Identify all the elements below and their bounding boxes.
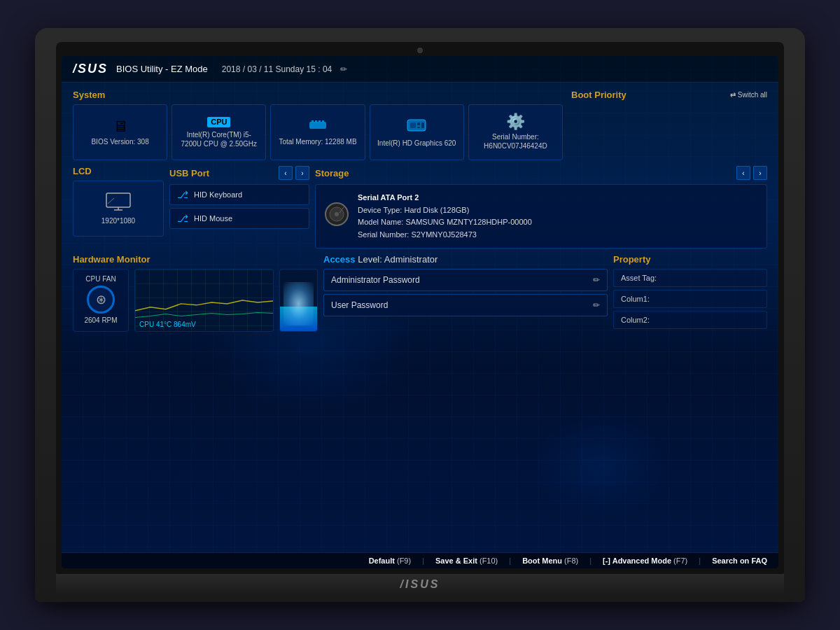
asset-tag-field: Asset Tag:	[613, 269, 767, 287]
default-shortcut: (F9)	[397, 556, 411, 565]
hw-monitor-card: CPU FAN ⊛ 2604 RPM	[73, 269, 318, 332]
bios-version-text: BIOS Version: 308	[91, 137, 148, 146]
advanced-mode-button[interactable]: [-] Advanced Mode (F7)	[603, 556, 687, 565]
main-content: System 🖥 BIOS Version: 308 CPU Intel(R) …	[62, 83, 778, 552]
storage-header-row: Storage ‹ ›	[315, 166, 767, 180]
search-faq-label: Search on FAQ	[712, 556, 767, 565]
memory-text: Total Memory: 12288 MB	[279, 137, 356, 146]
user-password-text: User Password	[331, 300, 388, 310]
admin-password-edit-icon: ✏	[593, 275, 600, 285]
storage-prev-button[interactable]: ‹	[736, 166, 750, 180]
system-title: System	[73, 90, 563, 100]
svg-rect-0	[309, 122, 326, 129]
usb-keyboard-label: HID Keyboard	[194, 190, 242, 199]
middle-section: LCD 1920*1080	[73, 166, 767, 248]
webcam	[417, 48, 423, 53]
cpu-card: CPU Intel(R) Core(TM) i5-7200U CPU @ 2.5…	[172, 104, 266, 160]
memory-card: Total Memory: 12288 MB	[270, 104, 365, 160]
fan-icon: ⊛	[87, 286, 115, 314]
boot-menu-button[interactable]: Boot Menu (F8)	[522, 556, 578, 565]
usb-icon-2: ⎇	[177, 213, 188, 224]
cpu-temp-label: CPU 41°C 864mV	[139, 321, 196, 328]
save-exit-shortcut: (F10)	[479, 556, 498, 565]
search-faq-button[interactable]: Search on FAQ	[712, 556, 767, 565]
storage-section: Storage ‹ ›	[315, 166, 767, 248]
top-section: System 🖥 BIOS Version: 308 CPU Intel(R) …	[73, 90, 767, 160]
advanced-mode-key: [-] Advanced Mode	[603, 556, 671, 565]
storage-title: Storage	[315, 168, 349, 178]
usb-title: USB Port	[169, 168, 209, 178]
storage-card: Serial ATA Port 2 Device Type: Hard Disk…	[315, 184, 767, 248]
boot-priority-section: Boot Priority ⇄ Switch all	[571, 90, 767, 160]
usb-mouse-item: ⎇ HID Mouse	[169, 208, 309, 229]
screen-bezel: /SUS BIOS Utility - EZ Mode 2018 / 03 / …	[56, 42, 784, 574]
svg-rect-7	[417, 122, 420, 125]
access-section: Access Level: Administrator Administrato…	[323, 254, 608, 545]
colum1-field: Colum1:	[613, 290, 767, 308]
divider-1: |	[422, 556, 424, 565]
boot-header: Boot Priority ⇄ Switch all	[571, 90, 767, 100]
hdd-icon	[324, 202, 349, 232]
storage-port: Serial ATA Port 2	[358, 192, 532, 204]
boot-menu-shortcut: (F8)	[564, 556, 578, 565]
usb-next-button[interactable]: ›	[295, 166, 309, 180]
cpu-fan-box: CPU FAN ⊛ 2604 RPM	[73, 269, 129, 332]
default-button[interactable]: Default (F9)	[369, 556, 412, 565]
usb-keyboard-item: ⎇ HID Keyboard	[169, 184, 309, 205]
save-exit-button[interactable]: Save & Exit (F10)	[435, 556, 498, 565]
gpu-card: Intel(R) HD Graphics 620	[370, 104, 464, 160]
divider-4: |	[699, 556, 701, 565]
svg-rect-8	[417, 127, 420, 128]
fan-rpm: 2604 RPM	[84, 316, 117, 324]
cpu-fan-label: CPU FAN	[85, 275, 115, 283]
access-header: Access Level: Administrator	[323, 254, 608, 265]
divider-3: |	[589, 556, 592, 565]
boot-menu-key: Boot Menu	[522, 556, 562, 565]
storage-next-button[interactable]: ›	[753, 166, 767, 180]
temp-glow	[284, 282, 313, 326]
screen: /SUS BIOS Utility - EZ Mode 2018 / 03 / …	[62, 56, 778, 568]
svg-rect-4	[322, 120, 324, 122]
bios-header: /SUS BIOS Utility - EZ Mode 2018 / 03 / …	[62, 56, 778, 83]
colum2-field: Colum2:	[613, 311, 767, 329]
ram-icon	[308, 119, 328, 134]
system-cards: 🖥 BIOS Version: 308 CPU Intel(R) Core(TM…	[73, 104, 563, 160]
system-section: System 🖥 BIOS Version: 308 CPU Intel(R) …	[73, 90, 563, 160]
divider-2: |	[509, 556, 511, 565]
laptop-bottom: /ISUS	[56, 574, 784, 595]
boot-priority-title: Boot Priority	[571, 90, 626, 100]
switch-all-button[interactable]: ⇄ Switch all	[730, 91, 767, 99]
bios-version-card: 🖥 BIOS Version: 308	[73, 104, 167, 160]
admin-password-field[interactable]: Administrator Password ✏	[323, 269, 608, 291]
usb-prev-button[interactable]: ‹	[279, 166, 293, 180]
usb-icon-1: ⎇	[177, 189, 188, 200]
bios-title: BIOS Utility - EZ Mode	[116, 64, 208, 74]
usb-mouse-label: HID Mouse	[194, 214, 232, 223]
lcd-section: LCD 1920*1080	[73, 166, 164, 248]
svg-rect-6	[410, 122, 416, 128]
svg-rect-9	[421, 122, 424, 128]
cpu-graph: CPU 41°C 864mV	[134, 269, 274, 332]
advanced-mode-shortcut: (F7)	[673, 556, 687, 565]
svg-rect-2	[315, 120, 317, 122]
edit-icon[interactable]: ✏	[340, 64, 347, 74]
usb-device-list: ⎇ HID Keyboard ⎇ HID Mouse	[169, 184, 309, 229]
storage-device-type: Device Type: Hard Disk (128GB)	[358, 204, 532, 217]
user-password-field[interactable]: User Password ✏	[323, 294, 608, 316]
access-label: Access	[323, 254, 356, 265]
bios-chip-icon: 🖥	[113, 119, 128, 134]
svg-rect-1	[312, 120, 314, 122]
cpu-text: Intel(R) Core(TM) i5-7200U CPU @ 2.50GHz	[176, 130, 261, 148]
storage-model: Model Name: SAMSUNG MZNTY128HDHP-00000	[358, 216, 532, 229]
gear-icon: ⚙️	[506, 114, 525, 130]
footer-bar: Default (F9) | Save & Exit (F10) | Boot …	[62, 552, 778, 568]
asus-logo: /SUS	[73, 62, 108, 76]
lcd-icon	[106, 192, 131, 214]
lcd-resolution: 1920*1080	[102, 216, 135, 225]
serial-card: ⚙️ Serial Number: H6N0CV07J46424D	[468, 104, 563, 160]
hw-monitor-title: Hardware Monitor	[73, 254, 318, 265]
storage-info: Serial ATA Port 2 Device Type: Hard Disk…	[358, 192, 532, 241]
laptop-brand: /ISUS	[400, 578, 440, 591]
lcd-title: LCD	[73, 166, 164, 176]
cpu-icon: CPU	[207, 117, 230, 127]
